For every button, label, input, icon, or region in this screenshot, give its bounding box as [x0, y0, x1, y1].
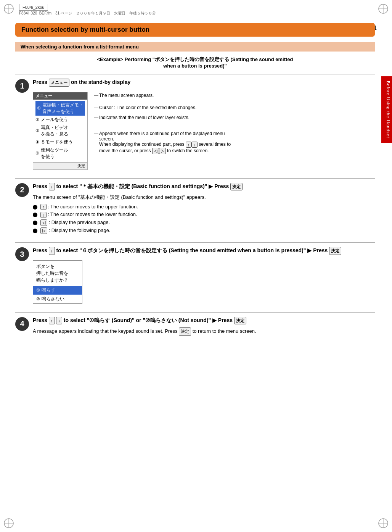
bullet-down: ↓ : The cursor moves to the lower functi… — [33, 211, 375, 218]
step-2-btn-down: ↓ — [49, 183, 55, 191]
btn-up: ↑ — [40, 204, 47, 210]
example-line: <Example> Performing "ボタンを押した時の音を設定する (S… — [15, 56, 375, 69]
btn-right: ▷ — [40, 227, 47, 234]
dialog-option-2: ② 鳴らさない — [33, 295, 82, 303]
step-3-press: Press — [33, 247, 49, 253]
step-1: 1 Press メニュー on the stand-by display メニュ… — [15, 78, 375, 172]
corner-mark-tl — [3, 3, 14, 15]
step-1-content: Press メニュー on the stand-by display メニュー … — [33, 78, 375, 172]
step-3-title: Press ↓ to select "６ボタンを押した時の音を設定する (Set… — [33, 247, 375, 255]
corner-mark-br — [378, 517, 389, 529]
bullet-dot — [33, 229, 37, 233]
step-1-btn-menu: メニュー — [49, 79, 69, 87]
row-num-4: ④ — [35, 140, 39, 145]
step-4-btn-down: ↓ — [56, 317, 62, 325]
step-4: 4 Press ↑ ↓ to select "①鳴らす (Sound)" or … — [15, 316, 375, 336]
step-3-content: Press ↓ to select "６ボタンを押した時の音を設定する (Set… — [33, 247, 375, 306]
option-num-1: ① — [36, 288, 40, 293]
btn-left: ◁ — [40, 219, 47, 226]
row-text-4: ８モードを使う — [41, 139, 73, 145]
screen-row-4: ④ ８モードを使う — [35, 138, 85, 146]
annotation-3: Indicates that the menu of lower layer e… — [94, 115, 239, 120]
section-divider-3 — [15, 242, 375, 243]
step-1-annotations: The menu screen appears. Cursor : The co… — [94, 93, 239, 157]
bullet-next-text: ▷ : Display the following page. — [40, 227, 110, 234]
step-4-action: to select "①鳴らす (Sound)" or "②鳴らさない (Not… — [64, 317, 234, 323]
bullet-prev-text: ◁ : Display the previous page. — [40, 219, 110, 226]
step-2-title: Press ↓ to select "＊基本の機能・設定 (Basic func… — [33, 182, 375, 191]
step-4-content: Press ↑ ↓ to select "①鳴らす (Sound)" or "②… — [33, 316, 375, 336]
bullet-dot — [33, 205, 37, 210]
row-text-3: 写真・ビデオを撮る・見る — [41, 124, 68, 137]
step-3: 3 Press ↓ to select "６ボタンを押した時の音を設定する (S… — [15, 247, 375, 306]
ann-btn-left: ◁ — [152, 148, 159, 154]
row-text-5: 便利なツールを使う — [41, 147, 68, 160]
bullet-up-text: ↑ : The cursor moves to the upper functi… — [40, 204, 138, 210]
corner-mark-bl — [3, 517, 14, 529]
file-info-box: F884i_2kou — [19, 4, 48, 11]
option-text-2: 鳴らさない — [42, 296, 64, 302]
step-4-btn-up: ↑ — [49, 317, 55, 325]
step-1-action: on the stand-by display — [71, 79, 130, 85]
bullet-prev: ◁ : Display the previous page. — [33, 219, 375, 226]
sub-header: When selecting a function from a list-fo… — [15, 42, 375, 52]
row-text-2: メールを使う — [41, 116, 68, 123]
ann-btn-up: ↑ — [186, 142, 192, 148]
row-num-1: ① — [37, 106, 41, 111]
step-2: 2 Press ↓ to select "＊基本の機能・設定 (Basic fu… — [15, 182, 375, 237]
bullet-down-text: ↓ : The cursor moves to the lower functi… — [40, 211, 137, 218]
section-divider-2 — [15, 178, 375, 179]
screen-row-2: ② メールを使う — [35, 116, 85, 124]
btn-down: ↓ — [40, 212, 47, 218]
step-3-btn-ok: 決定 — [329, 247, 341, 255]
step-3-btn-down: ↓ — [49, 247, 55, 255]
annotation-2: Cursor : The color of the selected item … — [94, 105, 239, 110]
step-1-title: Press メニュー on the stand-by display — [33, 78, 375, 87]
sidebar-label: Before Using the Handset — [381, 76, 392, 143]
step-4-press: Press — [33, 317, 49, 323]
dialog-options: ① 鳴らす ② 鳴らさない — [33, 286, 82, 303]
step-4-title: Press ↑ ↓ to select "①鳴らす (Sound)" or "②… — [33, 316, 375, 325]
step-number-3: 3 — [15, 247, 29, 261]
step-4-body: A message appears indicating that the ke… — [33, 327, 375, 336]
step-2-body: The menu screen of "基本の機能・設定 (Basic func… — [33, 193, 375, 202]
screen-row-3: ③ 写真・ビデオを撮る・見る — [35, 124, 85, 138]
step-1-press: Press — [33, 79, 49, 85]
step-2-action: to select "＊基本の機能・設定 (Basic function and… — [56, 183, 230, 189]
corner-mark-tr — [378, 3, 389, 15]
option-text-1: 鳴らす — [42, 287, 55, 293]
screen-body: ① 電話帳・伝言メモ・音声メモを使う ② メールを使う ③ 写真・ビデオを撮る・… — [33, 100, 87, 162]
step-2-press: Press — [33, 183, 49, 189]
step-2-content: Press ↓ to select "＊基本の機能・設定 (Basic func… — [33, 182, 375, 237]
bullet-dot — [33, 213, 37, 217]
step-3-action: to select "６ボタンを押した時の音を設定する (Setting the… — [56, 247, 329, 253]
step-2-btn-ok: 決定 — [230, 183, 243, 191]
file-info-label: F884i_2kou — [22, 5, 45, 10]
ann-btn-down: ↓ — [191, 142, 198, 148]
dialog-question: ボタンを押した時に音を鳴らしますか？ — [33, 261, 82, 286]
title-bar: Function selection by multi-cursor butto… — [15, 23, 375, 37]
step-number-2: 2 — [15, 183, 29, 197]
section-divider-4 — [15, 312, 375, 313]
step-3-dialog: ボタンを押した時に音を鳴らしますか？ ① 鳴らす ② 鳴らさない — [33, 260, 82, 304]
row-num-3: ③ — [35, 128, 39, 133]
screen-bottom: 決定 — [33, 162, 87, 169]
row-text-1: 電話帳・伝言メモ・音声メモを使う — [42, 102, 84, 115]
dialog-option-1: ① 鳴らす — [33, 286, 82, 295]
section-divider-1 — [15, 74, 375, 74]
file-info-sub: F884i_020_BEF.fm 31 ページ ２００８年１月９日 水曜日 午後… — [19, 11, 156, 16]
annotation-4: Appears when there is a continued part o… — [94, 131, 239, 154]
step-4-btn-ok: 決定 — [234, 317, 246, 325]
bullet-next: ▷ : Display the following page. — [33, 227, 375, 234]
row-num-5: ⑤ — [35, 151, 39, 156]
step-2-bullets: ↑ : The cursor moves to the upper functi… — [33, 204, 375, 234]
bullet-dot — [33, 221, 37, 225]
option-num-2: ② — [36, 297, 40, 301]
main-content: Function selection by multi-cursor butto… — [15, 23, 375, 357]
step-1-screen: メニュー ① 電話帳・伝言メモ・音声メモを使う ② メールを使う ③ 写真・ビデ — [33, 92, 88, 170]
step-number-4: 4 — [15, 317, 29, 331]
annotation-1: The menu screen appears. — [94, 93, 239, 98]
row-num-2: ② — [35, 117, 39, 122]
screen-row-1: ① 電話帳・伝言メモ・音声メモを使う — [35, 101, 85, 116]
ann-btn-right: ▷ — [159, 148, 166, 154]
